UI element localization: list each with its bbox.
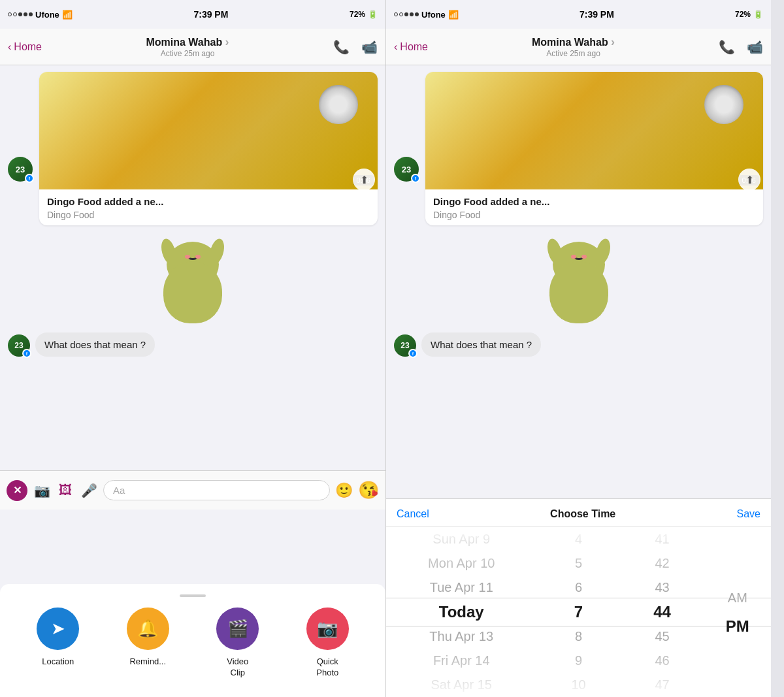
tp-ampm-row-1[interactable]: PM [704,612,771,640]
video-clip-circle: 🎬 [216,608,259,650]
tp-min-val-4: 45 [655,629,669,644]
tp-date-val-5: Fri Apr 14 [433,653,490,668]
tp-hour-val-2: 6 [575,580,582,595]
tp-min-row-1[interactable]: 42 [621,551,704,575]
tp-date-column[interactable]: Sun Apr 9 Mon Apr 10 Tue Apr 11 Today Th… [386,527,536,697]
phone-icon-right[interactable]: 📞 [719,39,735,55]
tp-date-row-5[interactable]: Fri Apr 14 [386,649,536,673]
clock-left: 7:39 PM [193,9,228,20]
message-row-left: 23 What does that mean ? [0,330,385,359]
video-icon-left[interactable]: 📹 [361,39,378,55]
battery-percent-right: 72% [735,10,751,19]
wifi-icon: 📶 [62,10,73,20]
battery-icon-left: 🔋 [368,10,378,19]
tp-date-val-4: Thu Apr 13 [429,629,493,644]
msg-avatar-right: 23 [394,334,416,357]
action-sheet-left: ➤ Location 🔔 Remind... 🎬 VideoClip 📷 [0,584,385,697]
status-bar-left: Ufone 📶 7:39 PM 72% 🔋 [0,0,385,29]
tp-date-val-6: Sat Apr 15 [431,677,492,692]
tp-hour-row-2[interactable]: 6 [536,575,620,600]
reminder-circle: 🔔 [127,608,169,650]
close-button-left[interactable]: ✕ [7,480,27,501]
contact-name-left[interactable]: Momina Wahab [146,37,222,48]
nav-actions-right: 📞 📹 [719,39,763,55]
tp-hour-row-1[interactable]: 5 [536,551,620,575]
tp-date-val-3: Today [439,603,484,621]
mic-icon-left[interactable]: 🎤 [80,481,98,500]
input-placeholder-left: Aa [113,485,125,496]
tp-hour-val-0: 4 [575,532,582,547]
emoji-icon-left[interactable]: 🙂 [335,482,353,499]
tp-min-row-4[interactable]: 45 [621,624,704,649]
time-picker-scroll[interactable]: Sun Apr 9 Mon Apr 10 Tue Apr 11 Today Th… [386,527,771,697]
action-item-reminder[interactable]: 🔔 Remind... [122,608,174,679]
nav-bar-left: ‹ Home Momina Wahab Active 25m ago 📞 📹 [0,29,385,65]
tp-hour-row-3[interactable]: 7 [536,600,620,624]
food-card-left[interactable]: 0:56 ⬆ Dingo Food added a ne... Dingo Fo… [39,72,378,225]
camera-icon-left[interactable]: 📷 [33,481,51,500]
food-card-title-right: Dingo Food added a ne... [433,196,755,207]
tp-minute-column[interactable]: 41 42 43 44 45 46 47 [621,527,704,697]
message-row-right: 23 What does that mean ? [386,330,771,359]
tp-ampm-column[interactable]: AM PM [704,527,771,697]
tp-min-val-0: 41 [655,532,669,547]
tp-min-row-5[interactable]: 46 [621,649,704,673]
tp-hour-column[interactable]: 4 5 6 7 8 9 10 [536,527,620,697]
tp-date-row-6[interactable]: Sat Apr 15 [386,673,536,697]
reminder-label: Remind... [129,656,166,668]
photo-icon-left[interactable]: 🖼 [56,481,74,500]
status-left-right: Ufone 📶 [394,10,459,20]
tp-hour-row-5[interactable]: 9 [536,649,620,673]
tp-hour-val-1: 5 [575,556,582,571]
tp-ampm-row-0[interactable]: AM [704,584,771,612]
msg-avatar-left: 23 [8,334,30,357]
back-button-right[interactable]: ‹ Home [394,41,428,53]
back-button-left[interactable]: ‹ Home [8,41,42,53]
quick-photo-circle: 📷 [306,608,349,650]
tp-hour-row-4[interactable]: 8 [536,624,620,649]
tp-min-val-1: 42 [655,556,669,571]
sticker-emoji-left[interactable]: 😘 [358,480,379,500]
tp-date-val-1: Mon Apr 10 [428,556,495,571]
right-panel: Ufone 📶 7:39 PM 72% 🔋 ‹ Home Momina Waha… [385,0,771,697]
tp-min-row-0[interactable]: 41 [621,527,704,551]
tp-min-row-2[interactable]: 43 [621,575,704,600]
tp-min-val-3: 44 [653,603,671,621]
time-picker-panel: Cancel Choose Time Save Sun Apr 9 Mon Ap… [386,498,771,697]
action-item-location[interactable]: ➤ Location [32,608,84,679]
tp-min-row-3[interactable]: 44 [621,600,704,624]
location-icon: ➤ [51,619,65,639]
contact-chevron-right [611,37,615,48]
tp-date-row-2[interactable]: Tue Apr 11 [386,575,536,600]
action-item-quick-photo[interactable]: 📷 QuickPhoto [301,608,353,679]
nav-bar-right: ‹ Home Momina Wahab Active 25m ago 📞 📹 [386,29,771,65]
tp-hour-row-6[interactable]: 10 [536,673,620,697]
food-card-image-right: 0:56 [425,72,763,189]
avatar-right: 23 [394,157,419,182]
share-icon-right[interactable]: ⬆ [738,169,760,191]
video-icon-right[interactable]: 📹 [747,39,763,55]
tp-date-row-1[interactable]: Mon Apr 10 [386,551,536,575]
tp-hour-row-0[interactable]: 4 [536,527,620,551]
tp-min-row-6[interactable]: 47 [621,673,704,697]
tp-min-val-5: 46 [655,653,669,668]
tp-date-row-0[interactable]: Sun Apr 9 [386,527,536,551]
battery-percent-left: 72% [350,10,365,19]
contact-name-right[interactable]: Momina Wahab [532,37,608,48]
share-icon-left[interactable]: ⬆ [353,169,375,191]
nav-title-right: Momina Wahab Active 25m ago [532,35,615,58]
tp-cancel-button[interactable]: Cancel [397,508,429,520]
action-item-video-clip[interactable]: 🎬 VideoClip [212,608,264,679]
tp-save-button[interactable]: Save [737,508,760,520]
tp-date-row-4[interactable]: Thu Apr 13 [386,624,536,649]
phone-icon-left[interactable]: 📞 [333,39,350,55]
msg-badge-right [408,349,417,358]
message-input-left[interactable]: Aa [103,480,330,500]
avatar-badge-left [25,174,34,183]
time-picker-header: Cancel Choose Time Save [386,499,771,527]
status-left: Ufone 📶 [8,10,73,20]
tp-date-row-3[interactable]: Today [386,600,536,624]
food-card-right[interactable]: 0:56 ⬆ Dingo Food added a ne... Dingo Fo… [425,72,763,225]
battery-icon-right: 🔋 [753,10,763,19]
action-sheet-handle [180,594,206,597]
